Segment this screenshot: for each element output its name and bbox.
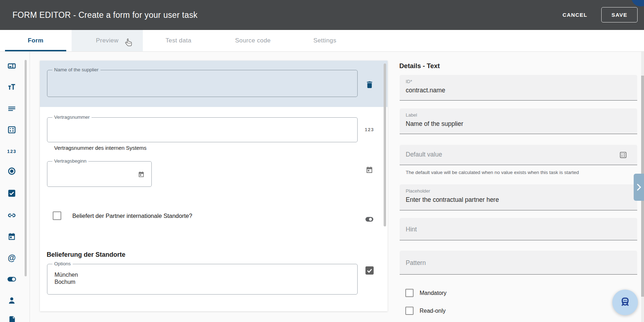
number-icon-text: 123 (7, 149, 16, 154)
default-value-helper: The default value will be calculated whe… (406, 170, 634, 175)
tab-test-data-label: Test data (166, 37, 192, 44)
default-value-field[interactable]: Default value (400, 145, 637, 165)
readonly-checkbox[interactable] (405, 307, 414, 315)
robot-icon (618, 296, 632, 309)
tab-settings[interactable]: Settings (289, 30, 360, 51)
tab-form-label: Form (28, 37, 43, 44)
calendar-picker-icon[interactable] (137, 171, 145, 178)
international-checkbox-label: Beliefert der Partner internationale Sta… (72, 213, 192, 219)
label-field-label: Label (406, 112, 632, 118)
id-field-label: ID* (406, 79, 632, 84)
hint-field-label: Hint (406, 226, 632, 233)
details-panel-title: Details - Text (399, 62, 440, 70)
file-icon[interactable] (7, 315, 16, 322)
id-field[interactable]: ID* contract.name (400, 75, 637, 101)
tab-settings-label: Settings (313, 37, 337, 44)
email-icon-text: @ (8, 253, 16, 263)
checkbox-type-icon (365, 266, 374, 275)
assistant-fab-button[interactable] (612, 290, 638, 315)
international-checkbox[interactable] (53, 211, 61, 220)
canvas-scrollbar[interactable] (384, 63, 386, 226)
active-tab-underline (5, 50, 66, 51)
tab-form[interactable]: Form (0, 30, 71, 51)
mandatory-option[interactable]: Mandatory (405, 289, 447, 297)
date-type-icon (365, 166, 374, 174)
tab-bar: Form Preview Test data Source code Setti… (0, 30, 644, 52)
cancel-button[interactable]: CANCEL (561, 7, 588, 22)
toggle-icon[interactable] (7, 275, 16, 284)
input-field-icon[interactable] (7, 61, 16, 71)
contract-number-helper: Vertragsnummer des internen Systems (54, 145, 146, 151)
radio-button-icon[interactable] (7, 167, 16, 176)
supplier-text-field[interactable]: Name of the supplier (47, 70, 358, 97)
tab-source-code-label: Source code (235, 37, 271, 44)
tab-preview-label: Preview (96, 37, 118, 44)
options-field-label: Options (52, 261, 73, 266)
group-heading: Belieferung der Standorte (47, 251, 125, 259)
readonly-label: Read-only (420, 308, 446, 314)
contract-number-field[interactable]: Vertragsnummer (47, 117, 358, 142)
option-value: Bochum (54, 278, 76, 286)
label-field-value: Name of the supplier (406, 120, 632, 128)
default-value-field-label: Default value (406, 151, 632, 158)
hint-field[interactable]: Hint (400, 218, 637, 240)
pattern-field-label: Pattern (406, 259, 632, 267)
supplier-field-label: Name of the supplier (52, 67, 100, 72)
number-type-icon: 123 (365, 127, 374, 132)
option-value: München (54, 271, 78, 278)
canvas-row-options[interactable]: Options München Bochum (40, 260, 388, 303)
widget-palette-sidebar: 123 @ (0, 52, 30, 322)
link-icon[interactable] (7, 211, 16, 220)
corner-badge (632, 0, 644, 6)
placeholder-field-value: Enter the contractual partner here (406, 196, 632, 204)
canvas-row-contract-start[interactable]: Vertragsbeginn (40, 156, 388, 199)
pattern-field[interactable]: Pattern (400, 251, 637, 275)
id-field-value: contract.name (406, 87, 632, 94)
contract-start-field[interactable]: Vertragsbeginn (47, 161, 152, 187)
canvas-row-international[interactable]: Beliefert der Partner internationale Sta… (40, 204, 388, 229)
date-icon[interactable] (7, 232, 16, 241)
email-icon[interactable]: @ (7, 253, 16, 262)
calculator-icon[interactable] (7, 125, 16, 134)
app-header: FORM EDITOR - Create a form for your use… (0, 0, 644, 30)
contract-start-field-label: Vertragsbeginn (52, 158, 88, 164)
checkbox-icon[interactable] (7, 189, 16, 198)
save-button[interactable]: SAVE (601, 7, 638, 22)
canvas-row-supplier[interactable]: Name of the supplier (40, 61, 388, 107)
tab-preview[interactable]: Preview (72, 30, 143, 51)
contract-number-field-label: Vertragsnummer (52, 114, 92, 120)
user-icon[interactable] (7, 296, 16, 305)
placeholder-field-label: Placeholder (406, 188, 632, 194)
number-icon[interactable]: 123 (7, 147, 16, 156)
chevron-right-icon (636, 183, 642, 191)
sidebar-scrollbar[interactable] (25, 60, 27, 276)
panel-collapse-handle[interactable] (634, 174, 644, 201)
options-field[interactable]: Options München Bochum (47, 264, 358, 295)
delete-icon[interactable] (365, 80, 374, 91)
placeholder-field[interactable]: Placeholder Enter the contractual partne… (400, 184, 637, 210)
tab-test-data[interactable]: Test data (143, 30, 214, 51)
mandatory-label: Mandatory (420, 290, 447, 296)
tab-source-code[interactable]: Source code (216, 30, 290, 51)
readonly-option[interactable]: Read-only (405, 307, 446, 315)
label-field[interactable]: Label Name of the supplier (400, 108, 637, 134)
page-title: FORM EDITOR - Create a form for your use… (12, 0, 198, 30)
expression-calculator-icon[interactable] (619, 151, 627, 159)
typography-icon[interactable] (7, 83, 16, 92)
textarea-icon[interactable] (7, 104, 16, 113)
toggle-type-icon (365, 215, 374, 224)
form-canvas: Name of the supplier Vertragsnummer Vert… (40, 61, 388, 311)
mandatory-checkbox[interactable] (405, 289, 414, 297)
